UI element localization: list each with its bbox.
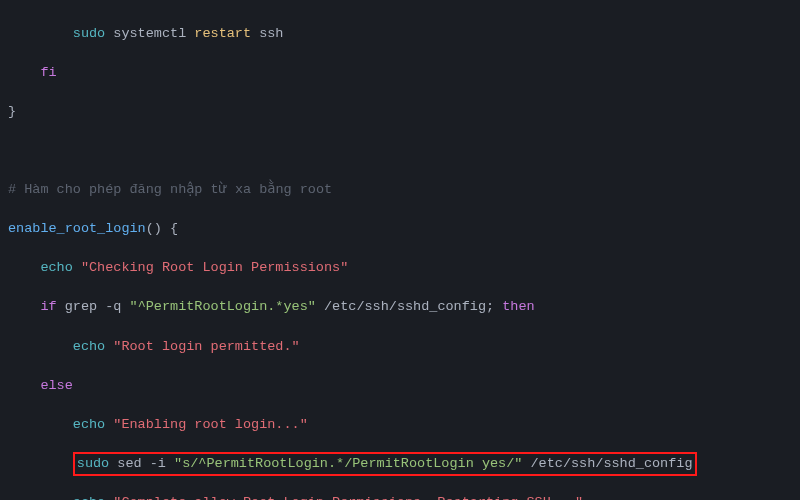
token-fi: fi [40, 65, 56, 80]
token-string: "Complete allow Root Login Permissions. … [105, 495, 583, 500]
token-then: then [502, 299, 534, 314]
code-line: enable_root_login() { [0, 219, 800, 239]
token-string: "Checking Root Login Permissions" [73, 260, 348, 275]
highlight-box: sudo sed -i "s/^PermitRootLogin.*/Permit… [73, 452, 697, 476]
token-echo: echo [73, 417, 105, 432]
code-line: else [0, 376, 800, 396]
token-cmd: systemctl [105, 26, 194, 41]
token-sed: sed -i [109, 456, 174, 471]
token-rest: () { [146, 221, 178, 236]
code-line: } [0, 102, 800, 122]
token-path: /etc/ssh/sshd_config [316, 299, 486, 314]
token-ssh: ssh [251, 26, 283, 41]
code-line: echo "Root login permitted." [0, 337, 800, 357]
token-string: "Enabling root login..." [105, 417, 308, 432]
code-line: # Hàm cho phép đăng nhập từ xa bằng root [0, 180, 800, 200]
token-echo: echo [73, 495, 105, 500]
code-line: sudo systemctl restart ssh [0, 24, 800, 44]
code-line: echo "Complete allow Root Login Permissi… [0, 493, 800, 500]
token-echo: echo [73, 339, 105, 354]
token-if: if [40, 299, 56, 314]
code-line: echo "Checking Root Login Permissions" [0, 258, 800, 278]
token-sudo: sudo [77, 456, 109, 471]
token-func: enable_root_login [8, 221, 146, 236]
code-line: if grep -q "^PermitRootLogin.*yes" /etc/… [0, 297, 800, 317]
code-line: fi [0, 63, 800, 83]
token-echo: echo [40, 260, 72, 275]
token-path: /etc/ssh/sshd_config [522, 456, 692, 471]
token-restart: restart [194, 26, 251, 41]
token-semi: ; [486, 299, 502, 314]
token-sudo: sudo [73, 26, 105, 41]
token-string: "Root login permitted." [105, 339, 299, 354]
token-brace: } [8, 104, 16, 119]
token-string: "s/^PermitRootLogin.*/PermitRootLogin ye… [174, 456, 522, 471]
code-line [0, 141, 800, 161]
code-line: sudo sed -i "s/^PermitRootLogin.*/Permit… [0, 454, 800, 474]
token-grep: grep -q [57, 299, 130, 314]
code-block: sudo systemctl restart ssh fi } # Hàm ch… [0, 0, 800, 500]
token-else: else [40, 378, 72, 393]
token-comment: # Hàm cho phép đăng nhập từ xa bằng root [8, 182, 332, 197]
token-string: "^PermitRootLogin.*yes" [130, 299, 316, 314]
code-line: echo "Enabling root login..." [0, 415, 800, 435]
